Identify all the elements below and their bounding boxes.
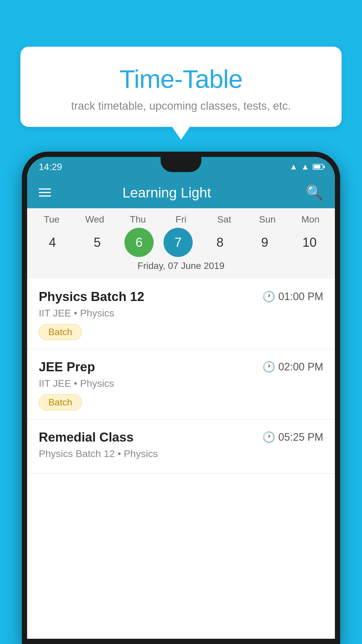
schedule-item-2-time: 🕐 02:00 PM bbox=[262, 361, 323, 373]
phone-mockup: 14:29 ▲ ▲ Learning Light 🔍 bbox=[22, 152, 340, 644]
schedule-item-2-header: JEE Prep 🕐 02:00 PM bbox=[39, 360, 323, 374]
schedule-item-2-badge: Batch bbox=[39, 394, 82, 410]
schedule-item-3-header: Remedial Class 🕐 05:25 PM bbox=[39, 430, 323, 444]
schedule-item-3-title: Remedial Class bbox=[39, 430, 133, 444]
day-headers: Tue Wed Thu Fri Sat Sun Mon bbox=[27, 214, 335, 225]
schedule-item-3-subtitle: Physics Batch 12 • Physics bbox=[39, 448, 323, 459]
battery-icon bbox=[313, 164, 323, 170]
selected-date-label: Friday, 07 June 2019 bbox=[27, 257, 335, 276]
bubble-subtitle: track timetable, upcoming classes, tests… bbox=[32, 100, 330, 112]
phone-screen: 14:29 ▲ ▲ Learning Light 🔍 bbox=[27, 157, 335, 639]
clock-icon-1: 🕐 bbox=[262, 290, 275, 303]
schedule-item-1[interactable]: Physics Batch 12 🕐 01:00 PM IIT JEE • Ph… bbox=[27, 279, 335, 349]
day-header-sun: Sun bbox=[250, 214, 285, 225]
wifi-icon: ▲ bbox=[290, 162, 298, 172]
clock-icon-3: 🕐 bbox=[262, 431, 275, 443]
day-header-mon: Mon bbox=[293, 214, 328, 225]
status-time: 14:29 bbox=[39, 162, 62, 172]
day-header-thu: Thu bbox=[120, 214, 155, 225]
signal-icon: ▲ bbox=[301, 162, 309, 172]
schedule-item-1-time: 🕐 01:00 PM bbox=[262, 290, 323, 303]
schedule-item-1-title: Physics Batch 12 bbox=[39, 289, 144, 304]
day-header-fri: Fri bbox=[164, 214, 198, 225]
schedule-item-1-badge: Batch bbox=[39, 324, 82, 340]
day-7-selected[interactable]: 7 bbox=[164, 228, 193, 257]
app-title: Learning Light bbox=[60, 185, 297, 201]
day-header-tue: Tue bbox=[34, 214, 69, 225]
phone-notch bbox=[161, 157, 201, 172]
calendar-strip: Tue Wed Thu Fri Sat Sun Mon 4 5 6 7 8 9 … bbox=[27, 208, 335, 279]
app-bar: Learning Light 🔍 bbox=[27, 177, 335, 208]
schedule-item-2-subtitle: IIT JEE • Physics bbox=[39, 378, 323, 389]
schedule-item-2-title: JEE Prep bbox=[39, 360, 95, 374]
schedule-item-1-subtitle: IIT JEE • Physics bbox=[39, 307, 323, 319]
status-icons: ▲ ▲ bbox=[290, 162, 323, 172]
day-header-wed: Wed bbox=[77, 214, 112, 225]
schedule-item-2[interactable]: JEE Prep 🕐 02:00 PM IIT JEE • Physics Ba… bbox=[27, 349, 335, 419]
schedule-list: Physics Batch 12 🕐 01:00 PM IIT JEE • Ph… bbox=[27, 279, 335, 474]
schedule-item-3[interactable]: Remedial Class 🕐 05:25 PM Physics Batch … bbox=[27, 419, 335, 474]
day-header-sat: Sat bbox=[207, 214, 242, 225]
day-4[interactable]: 4 bbox=[35, 228, 70, 257]
speech-bubble: Time-Table track timetable, upcoming cla… bbox=[20, 47, 342, 127]
day-numbers: 4 5 6 7 8 9 10 bbox=[27, 228, 335, 257]
clock-icon-2: 🕐 bbox=[262, 361, 275, 373]
day-5[interactable]: 5 bbox=[80, 228, 115, 257]
schedule-item-3-time: 🕐 05:25 PM bbox=[262, 431, 323, 443]
schedule-item-1-header: Physics Batch 12 🕐 01:00 PM bbox=[39, 289, 323, 304]
bubble-title: Time-Table bbox=[32, 64, 330, 94]
search-icon[interactable]: 🔍 bbox=[306, 184, 323, 201]
status-bar: 14:29 ▲ ▲ bbox=[27, 157, 335, 177]
day-6-today[interactable]: 6 bbox=[124, 228, 154, 257]
day-8[interactable]: 8 bbox=[203, 228, 238, 257]
day-10[interactable]: 10 bbox=[292, 228, 327, 257]
hamburger-menu-icon[interactable] bbox=[39, 188, 51, 197]
day-9[interactable]: 9 bbox=[247, 228, 282, 257]
